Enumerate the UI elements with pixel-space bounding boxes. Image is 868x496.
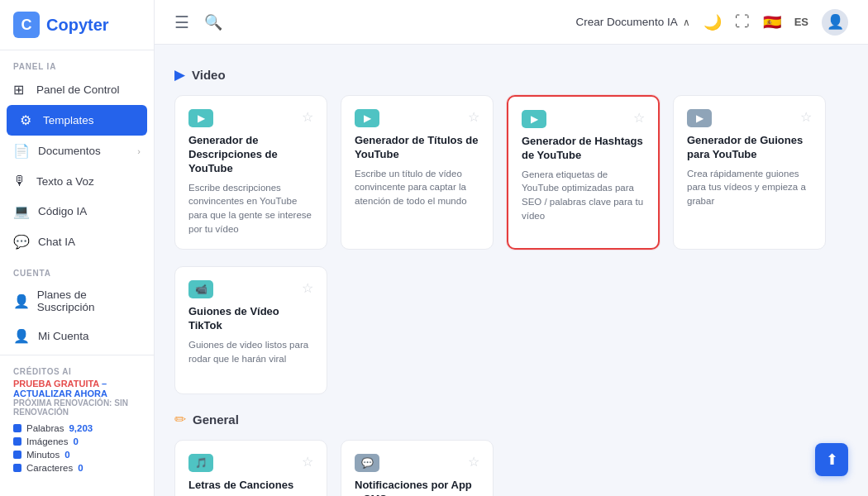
sidebar-item-codigo-ia[interactable]: 💻 Código IA xyxy=(0,196,154,227)
credits-label-palabras: Palabras xyxy=(26,423,64,433)
general-cards-row: 🎵 ☆ Letras de Canciones Generar una letr… xyxy=(174,440,848,496)
avatar-icon: 👤 xyxy=(827,13,844,31)
card-letras[interactable]: 🎵 ☆ Letras de Canciones Generar una letr… xyxy=(174,440,327,496)
plan-free-text: PRUEBA GRATUITA xyxy=(13,379,99,389)
sidebar-item-planes[interactable]: 👤 Planes de Suscripción xyxy=(0,281,154,321)
card-top: 💬 ☆ xyxy=(355,454,479,472)
dot-icon xyxy=(13,424,21,432)
crear-documento-button[interactable]: Crear Documento IA ∧ xyxy=(576,16,690,28)
sidebar-item-label: Código IA xyxy=(38,205,87,217)
star-icon[interactable]: ☆ xyxy=(302,454,313,470)
topbar: ☰ 🔍 Crear Documento IA ∧ 🌙 ⛶ 🇪🇸 ES 👤 xyxy=(155,0,868,45)
subscription-icon: 👤 xyxy=(13,293,29,309)
sidebar-item-label: Templates xyxy=(43,114,94,126)
credits-label: CRÉDITOS AI xyxy=(13,367,141,376)
star-icon[interactable]: ☆ xyxy=(633,110,645,126)
credits-count-minutos: 0 xyxy=(64,450,69,460)
card-hashtags-youtube[interactable]: ▶ ☆ Generador de Hashtags de YouTube Gen… xyxy=(507,95,660,250)
star-icon[interactable]: ☆ xyxy=(468,109,479,125)
sidebar-item-panel-control[interactable]: ⊞ Panel de Control xyxy=(0,74,154,105)
cuenta-label: CUENTA xyxy=(0,257,154,281)
credits-label-minutos: Minutos xyxy=(26,450,60,460)
credits-plan-value: PRUEBA GRATUITA – ACTUALIZAR AHORA xyxy=(13,379,141,398)
avatar[interactable]: 👤 xyxy=(822,9,848,36)
video-second-row: 📹 ☆ Guiones de Vídeo TikTok Guiones de v… xyxy=(174,266,848,394)
credits-renovation: PRÓXIMA RENOVACIÓN: SIN RENOVACIÓN xyxy=(13,398,141,417)
card-title: Generador de Descripciones de YouTube xyxy=(188,134,313,176)
dot-icon xyxy=(13,464,21,472)
card-desc: Guiones de video listos para rodar que l… xyxy=(188,338,313,365)
flag-icon[interactable]: 🇪🇸 xyxy=(763,13,781,31)
grid-icon: ⊞ xyxy=(13,82,28,98)
sidebar-item-label: Chat IA xyxy=(38,236,75,248)
topbar-right: Crear Documento IA ∧ 🌙 ⛶ 🇪🇸 ES 👤 xyxy=(576,9,848,36)
sidebar: C Copyter PANEL IA ⊞ Panel de Control ⚙ … xyxy=(0,0,155,496)
card-top: 🎵 ☆ xyxy=(188,454,313,472)
general-section-header: ✏ General xyxy=(174,411,848,428)
star-icon[interactable]: ☆ xyxy=(302,109,313,125)
mic-icon: 🎙 xyxy=(13,174,28,188)
search-icon[interactable]: 🔍 xyxy=(204,13,222,31)
credits-count-caracteres: 0 xyxy=(78,463,83,473)
account-icon: 👤 xyxy=(13,328,30,344)
card-notificaciones[interactable]: 💬 ☆ Notificaciones por App y SMS Mensaje… xyxy=(341,440,494,496)
sidebar-item-texto-a-voz[interactable]: 🎙 Texto a Voz xyxy=(0,166,154,196)
sidebar-item-templates[interactable]: ⚙ Templates xyxy=(7,105,147,136)
content-area: ▶ Video ▶ ☆ Generador de Descripciones d… xyxy=(155,45,868,496)
card-guiones-tiktok[interactable]: 📹 ☆ Guiones de Vídeo TikTok Guiones de v… xyxy=(174,266,327,394)
moon-icon[interactable]: 🌙 xyxy=(703,13,722,31)
language-label: ES xyxy=(794,16,808,28)
crear-label: Crear Documento IA xyxy=(576,16,678,28)
card-guiones-youtube[interactable]: ▶ ☆ Generador de Guiones para YouTube Cr… xyxy=(673,95,826,250)
pencil-icon: ✏ xyxy=(174,411,186,428)
credits-section: CRÉDITOS AI PRUEBA GRATUITA – ACTUALIZAR… xyxy=(0,355,154,479)
card-badge-video: ▶ xyxy=(188,109,213,127)
star-icon[interactable]: ☆ xyxy=(468,454,479,470)
panel-ia-label: PANEL IA xyxy=(0,50,154,74)
hamburger-icon[interactable]: ☰ xyxy=(174,12,189,32)
scroll-to-top-button[interactable]: ⬆ xyxy=(815,443,848,476)
main-content: ☰ 🔍 Crear Documento IA ∧ 🌙 ⛶ 🇪🇸 ES 👤 ▶ V… xyxy=(155,0,868,496)
star-icon[interactable]: ☆ xyxy=(800,109,812,125)
topbar-left: ☰ 🔍 xyxy=(174,12,222,32)
card-desc: Genera etiquetas de YouTube optimizadas … xyxy=(522,168,645,223)
credits-row-minutos: Minutos 0 xyxy=(13,448,141,461)
card-badge-video: ▶ xyxy=(522,110,546,128)
card-badge-chat: 💬 xyxy=(355,454,379,472)
sidebar-item-label: Planes de Suscripción xyxy=(37,289,141,313)
credits-row-caracteres: Caracteres 0 xyxy=(13,461,141,475)
card-desc: Escribe un título de vídeo convincente p… xyxy=(355,167,479,208)
logo-icon: C xyxy=(13,12,40,38)
card-top: ▶ ☆ xyxy=(355,109,479,127)
card-badge-music: 🎵 xyxy=(188,454,213,472)
card-top: ▶ ☆ xyxy=(522,110,645,128)
sidebar-item-label: Panel de Control xyxy=(36,83,120,96)
sidebar-item-mi-cuenta[interactable]: 👤 Mi Cuenta xyxy=(0,321,154,351)
chevron-up-icon: ∧ xyxy=(683,17,690,28)
gear-icon: ⚙ xyxy=(20,112,35,128)
card-desc: Escribe descripciones convincentes en Yo… xyxy=(188,181,313,236)
chevron-up-icon: ⬆ xyxy=(826,451,838,469)
card-desc-youtube[interactable]: ▶ ☆ Generador de Descripciones de YouTub… xyxy=(174,95,327,250)
sidebar-item-label: Mi Cuenta xyxy=(38,330,89,342)
logo-name: Copyter xyxy=(46,16,109,35)
credits-count-palabras: 9,203 xyxy=(69,423,93,433)
credits-row-palabras: Palabras 9,203 xyxy=(13,422,141,435)
sidebar-item-chat-ia[interactable]: 💬 Chat IA xyxy=(0,227,154,257)
card-top: ▶ ☆ xyxy=(188,109,313,127)
video-section-header: ▶ Video xyxy=(174,66,848,83)
card-title: Letras de Canciones xyxy=(188,479,313,493)
sidebar-item-documentos[interactable]: 📄 Documentos › xyxy=(0,136,154,166)
credits-row-imagenes: Imágenes 0 xyxy=(13,435,141,448)
credits-label-imagenes: Imágenes xyxy=(26,436,69,446)
expand-icon[interactable]: ⛶ xyxy=(735,13,750,31)
card-top: 📹 ☆ xyxy=(188,280,313,298)
card-titulos-youtube[interactable]: ▶ ☆ Generador de Títulos de YouTube Escr… xyxy=(341,95,494,250)
star-icon[interactable]: ☆ xyxy=(302,280,313,296)
card-title: Generador de Hashtags de YouTube xyxy=(522,135,645,163)
card-badge-tiktok: 📹 xyxy=(188,280,213,298)
card-top: ▶ ☆ xyxy=(687,109,812,127)
chat-icon: 💬 xyxy=(13,234,30,250)
doc-icon: 📄 xyxy=(13,143,30,159)
code-icon: 💻 xyxy=(13,203,30,219)
